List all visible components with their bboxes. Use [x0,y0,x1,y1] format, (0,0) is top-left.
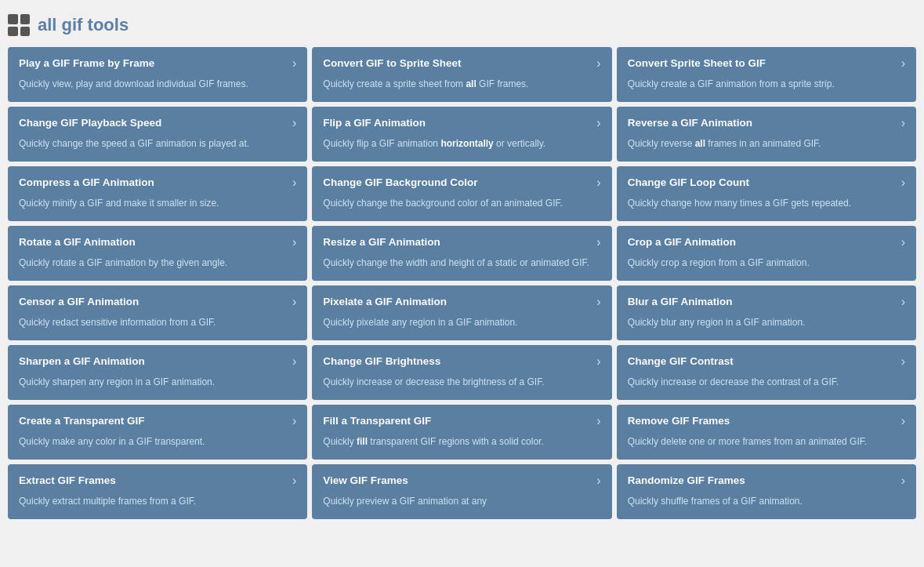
card-arrow-icon: › [596,414,600,428]
tool-card-22[interactable]: View GIF Frames › Quickly preview a GIF … [312,464,611,519]
card-arrow-icon: › [596,474,600,488]
card-header: Convert GIF to Sprite Sheet › [323,56,600,71]
tool-card-20[interactable]: Remove GIF Frames › Quickly delete one o… [617,405,916,460]
card-desc: Quickly create a sprite sheet from all G… [323,77,600,91]
tool-card-10[interactable]: Resize a GIF Animation › Quickly change … [312,226,611,281]
tool-card-21[interactable]: Extract GIF Frames › Quickly extract mul… [8,464,307,519]
card-title: Compress a GIF Animation [19,176,286,190]
tools-grid: Play a GIF Frame by Frame › Quickly view… [8,47,916,519]
card-title: Flip a GIF Animation [323,116,590,130]
card-title: Change GIF Brightness [323,354,590,369]
card-arrow-icon: › [292,474,296,488]
page-header: all gif tools [8,8,916,47]
card-arrow-icon: › [901,116,905,130]
card-header: Fill a Transparent GIF › [323,414,600,428]
card-title: Pixelate a GIF Animation [323,295,590,309]
card-desc: Quickly preview a GIF animation at any [323,494,600,508]
card-arrow-icon: › [901,56,905,71]
card-arrow-icon: › [292,116,296,130]
tool-card-8[interactable]: Change GIF Loop Count › Quickly change h… [617,166,916,221]
card-header: Pixelate a GIF Animation › [323,295,600,309]
card-header: Remove GIF Frames › [628,414,905,428]
card-header: Reverse a GIF Animation › [628,116,905,130]
card-title: Change GIF Playback Speed [19,116,286,130]
card-header: Change GIF Brightness › [323,354,600,369]
card-header: Rotate a GIF Animation › [19,235,296,249]
tool-card-4[interactable]: Flip a GIF Animation › Quickly flip a GI… [312,107,611,162]
tool-card-0[interactable]: Play a GIF Frame by Frame › Quickly view… [8,47,307,102]
card-title: Change GIF Contrast [628,354,895,369]
card-arrow-icon: › [901,235,905,249]
card-arrow-icon: › [901,354,905,369]
card-arrow-icon: › [292,414,296,428]
card-desc: Quickly blur any region in a GIF animati… [628,315,905,329]
card-title: Blur a GIF Animation [628,295,895,309]
card-desc: Quickly view, play and download individu… [19,77,296,91]
card-title: Censor a GIF Animation [19,295,286,309]
card-header: Create a Transparent GIF › [19,414,296,428]
card-arrow-icon: › [596,116,600,130]
card-desc: Quickly pixelate any region in a GIF ani… [323,315,600,329]
tool-card-16[interactable]: Change GIF Brightness › Quickly increase… [312,345,611,400]
tool-card-1[interactable]: Convert GIF to Sprite Sheet › Quickly cr… [312,47,611,102]
card-desc: Quickly change the width and height of a… [323,256,600,270]
card-title: Convert GIF to Sprite Sheet [323,56,590,71]
card-desc: Quickly redact sensitive information fro… [19,315,296,329]
card-title: View GIF Frames [323,474,590,488]
card-arrow-icon: › [901,414,905,428]
tool-card-5[interactable]: Reverse a GIF Animation › Quickly revers… [617,107,916,162]
card-desc: Quickly increase or decrease the brightn… [323,375,600,389]
card-header: Change GIF Contrast › [628,354,905,369]
card-arrow-icon: › [292,235,296,249]
tool-card-15[interactable]: Sharpen a GIF Animation › Quickly sharpe… [8,345,307,400]
card-title: Create a Transparent GIF [19,414,286,428]
card-header: Extract GIF Frames › [19,474,296,488]
card-header: Crop a GIF Animation › [628,235,905,249]
tool-card-14[interactable]: Blur a GIF Animation › Quickly blur any … [617,285,916,340]
card-header: Change GIF Playback Speed › [19,116,296,130]
card-header: Censor a GIF Animation › [19,295,296,309]
card-arrow-icon: › [292,295,296,309]
tool-card-3[interactable]: Change GIF Playback Speed › Quickly chan… [8,107,307,162]
card-desc: Quickly fill transparent GIF regions wit… [323,434,600,449]
card-title: Sharpen a GIF Animation [19,354,286,369]
card-header: Resize a GIF Animation › [323,235,600,249]
card-header: Convert Sprite Sheet to GIF › [628,56,905,71]
card-desc: Quickly increase or decrease the contras… [628,375,905,389]
card-header: Change GIF Loop Count › [628,176,905,190]
card-arrow-icon: › [596,235,600,249]
card-header: Compress a GIF Animation › [19,176,296,190]
card-desc: Quickly sharpen any region in a GIF anim… [19,375,296,389]
card-desc: Quickly change the background color of a… [323,196,600,210]
tool-card-6[interactable]: Compress a GIF Animation › Quickly minif… [8,166,307,221]
card-title: Rotate a GIF Animation [19,235,286,249]
card-arrow-icon: › [292,354,296,369]
page-title: all gif tools [38,15,129,35]
card-header: Blur a GIF Animation › [628,295,905,309]
card-arrow-icon: › [596,354,600,369]
card-title: Resize a GIF Animation [323,235,590,249]
tool-card-13[interactable]: Pixelate a GIF Animation › Quickly pixel… [312,285,611,340]
card-desc: Quickly delete one or more frames from a… [628,434,905,449]
tool-card-7[interactable]: Change GIF Background Color › Quickly ch… [312,166,611,221]
tool-card-17[interactable]: Change GIF Contrast › Quickly increase o… [617,345,916,400]
card-arrow-icon: › [596,295,600,309]
tool-card-23[interactable]: Randomize GIF Frames › Quickly shuffle f… [617,464,916,519]
tool-card-9[interactable]: Rotate a GIF Animation › Quickly rotate … [8,226,307,281]
card-arrow-icon: › [901,176,905,190]
card-desc: Quickly extract multiple frames from a G… [19,494,296,508]
card-title: Reverse a GIF Animation [628,116,895,130]
card-desc: Quickly reverse all frames in an animate… [628,136,905,151]
card-desc: Quickly rotate a GIF animation by the gi… [19,256,296,270]
card-header: Sharpen a GIF Animation › [19,354,296,369]
tool-card-12[interactable]: Censor a GIF Animation › Quickly redact … [8,285,307,340]
card-desc: Quickly make any color in a GIF transpar… [19,434,296,449]
tool-card-18[interactable]: Create a Transparent GIF › Quickly make … [8,405,307,460]
card-title: Randomize GIF Frames [628,474,895,488]
tool-card-2[interactable]: Convert Sprite Sheet to GIF › Quickly cr… [617,47,916,102]
tool-card-11[interactable]: Crop a GIF Animation › Quickly crop a re… [617,226,916,281]
card-header: View GIF Frames › [323,474,600,488]
card-title: Remove GIF Frames [628,414,895,428]
card-header: Randomize GIF Frames › [628,474,905,488]
tool-card-19[interactable]: Fill a Transparent GIF › Quickly fill tr… [312,405,611,460]
